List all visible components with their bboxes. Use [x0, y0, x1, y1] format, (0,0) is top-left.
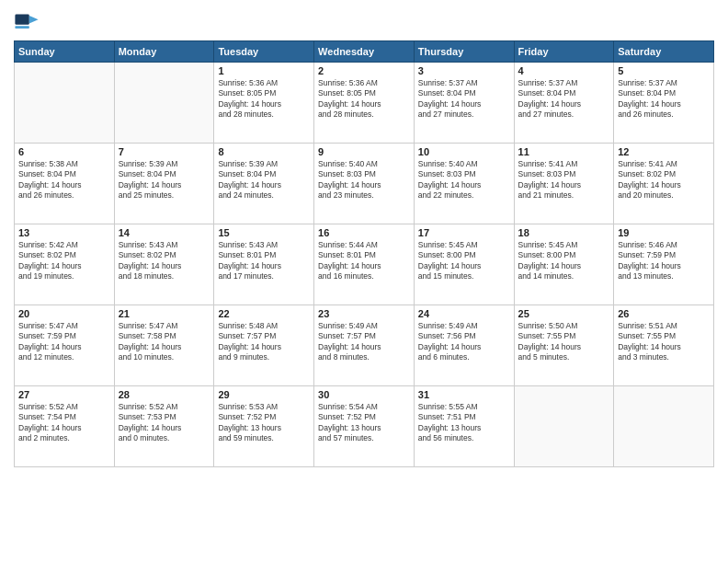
- calendar-cell: 14Sunrise: 5:43 AM Sunset: 8:02 PM Dayli…: [114, 224, 214, 305]
- calendar-header-saturday: Saturday: [614, 41, 714, 63]
- day-number: 26: [618, 308, 710, 319]
- calendar-cell: [114, 63, 214, 144]
- day-info: Sunrise: 5:49 AM Sunset: 7:56 PM Dayligh…: [418, 321, 510, 363]
- day-number: 19: [618, 227, 710, 238]
- day-number: 21: [119, 308, 210, 319]
- day-number: 6: [18, 146, 110, 157]
- calendar-cell: 20Sunrise: 5:47 AM Sunset: 7:59 PM Dayli…: [15, 305, 115, 386]
- calendar-cell: 5Sunrise: 5:37 AM Sunset: 8:04 PM Daylig…: [614, 63, 714, 144]
- calendar-week-row: 6Sunrise: 5:38 AM Sunset: 8:04 PM Daylig…: [15, 144, 714, 224]
- calendar-cell: 25Sunrise: 5:50 AM Sunset: 7:55 PM Dayli…: [514, 305, 614, 386]
- day-number: 4: [518, 65, 610, 76]
- day-info: Sunrise: 5:52 AM Sunset: 7:53 PM Dayligh…: [119, 402, 210, 444]
- calendar-header-friday: Friday: [514, 41, 614, 63]
- calendar-header-thursday: Thursday: [414, 41, 514, 63]
- day-info: Sunrise: 5:40 AM Sunset: 8:03 PM Dayligh…: [318, 159, 410, 201]
- calendar-table: SundayMondayTuesdayWednesdayThursdayFrid…: [14, 40, 714, 467]
- day-info: Sunrise: 5:48 AM Sunset: 7:57 PM Dayligh…: [218, 321, 310, 363]
- calendar-cell: 12Sunrise: 5:41 AM Sunset: 8:02 PM Dayli…: [614, 144, 714, 224]
- day-number: 22: [218, 308, 310, 319]
- day-number: 30: [318, 389, 410, 400]
- day-number: 5: [618, 65, 710, 76]
- calendar-cell: 24Sunrise: 5:49 AM Sunset: 7:56 PM Dayli…: [414, 305, 514, 386]
- calendar-cell: 3Sunrise: 5:37 AM Sunset: 8:04 PM Daylig…: [414, 63, 514, 144]
- calendar-cell: 22Sunrise: 5:48 AM Sunset: 7:57 PM Dayli…: [214, 305, 314, 386]
- day-info: Sunrise: 5:43 AM Sunset: 8:01 PM Dayligh…: [218, 240, 310, 282]
- calendar-week-row: 27Sunrise: 5:52 AM Sunset: 7:54 PM Dayli…: [15, 386, 714, 467]
- day-number: 14: [119, 227, 210, 238]
- day-info: Sunrise: 5:47 AM Sunset: 7:58 PM Dayligh…: [119, 321, 210, 363]
- calendar-header-row: SundayMondayTuesdayWednesdayThursdayFrid…: [15, 41, 714, 63]
- calendar-cell: 29Sunrise: 5:53 AM Sunset: 7:52 PM Dayli…: [214, 386, 314, 467]
- day-info: Sunrise: 5:45 AM Sunset: 8:00 PM Dayligh…: [518, 240, 610, 282]
- day-number: 24: [418, 308, 510, 319]
- calendar-header-sunday: Sunday: [15, 41, 115, 63]
- calendar-cell: [15, 63, 115, 144]
- calendar-cell: 6Sunrise: 5:38 AM Sunset: 8:04 PM Daylig…: [15, 144, 115, 224]
- day-info: Sunrise: 5:55 AM Sunset: 7:51 PM Dayligh…: [418, 402, 510, 444]
- day-number: 9: [318, 146, 410, 157]
- day-number: 7: [119, 146, 210, 157]
- calendar-cell: 8Sunrise: 5:39 AM Sunset: 8:04 PM Daylig…: [214, 144, 314, 224]
- day-number: 27: [18, 389, 110, 400]
- day-number: 25: [518, 308, 610, 319]
- calendar-cell: 2Sunrise: 5:36 AM Sunset: 8:05 PM Daylig…: [314, 63, 415, 144]
- day-info: Sunrise: 5:37 AM Sunset: 8:04 PM Dayligh…: [518, 78, 610, 121]
- day-info: Sunrise: 5:52 AM Sunset: 7:54 PM Dayligh…: [18, 402, 110, 444]
- day-info: Sunrise: 5:46 AM Sunset: 7:59 PM Dayligh…: [618, 240, 710, 282]
- calendar-cell: 23Sunrise: 5:49 AM Sunset: 7:57 PM Dayli…: [314, 305, 415, 386]
- calendar-cell: 21Sunrise: 5:47 AM Sunset: 7:58 PM Dayli…: [114, 305, 214, 386]
- calendar-page: SundayMondayTuesdayWednesdayThursdayFrid…: [0, 0, 728, 563]
- calendar-cell: [514, 386, 614, 467]
- day-info: Sunrise: 5:51 AM Sunset: 7:55 PM Dayligh…: [618, 321, 710, 363]
- calendar-cell: 9Sunrise: 5:40 AM Sunset: 8:03 PM Daylig…: [314, 144, 415, 224]
- day-info: Sunrise: 5:54 AM Sunset: 7:52 PM Dayligh…: [318, 402, 410, 444]
- day-number: 8: [218, 146, 310, 157]
- calendar-cell: 30Sunrise: 5:54 AM Sunset: 7:52 PM Dayli…: [314, 386, 415, 467]
- calendar-cell: 15Sunrise: 5:43 AM Sunset: 8:01 PM Dayli…: [214, 224, 314, 305]
- day-number: 28: [119, 389, 210, 400]
- logo-icon: [14, 9, 40, 35]
- day-info: Sunrise: 5:39 AM Sunset: 8:04 PM Dayligh…: [218, 159, 310, 201]
- calendar-cell: 1Sunrise: 5:36 AM Sunset: 8:05 PM Daylig…: [214, 63, 314, 144]
- day-info: Sunrise: 5:42 AM Sunset: 8:02 PM Dayligh…: [18, 240, 110, 282]
- day-info: Sunrise: 5:40 AM Sunset: 8:03 PM Dayligh…: [418, 159, 510, 201]
- calendar-cell: 19Sunrise: 5:46 AM Sunset: 7:59 PM Dayli…: [614, 224, 714, 305]
- calendar-header-monday: Monday: [114, 41, 214, 63]
- day-number: 31: [418, 389, 510, 400]
- day-info: Sunrise: 5:45 AM Sunset: 8:00 PM Dayligh…: [418, 240, 510, 282]
- calendar-cell: 10Sunrise: 5:40 AM Sunset: 8:03 PM Dayli…: [414, 144, 514, 224]
- day-number: 23: [318, 308, 410, 319]
- day-number: 20: [18, 308, 110, 319]
- day-number: 11: [518, 146, 610, 157]
- day-info: Sunrise: 5:43 AM Sunset: 8:02 PM Dayligh…: [119, 240, 210, 282]
- day-number: 13: [18, 227, 110, 238]
- day-info: Sunrise: 5:38 AM Sunset: 8:04 PM Dayligh…: [18, 159, 110, 201]
- calendar-cell: 26Sunrise: 5:51 AM Sunset: 7:55 PM Dayli…: [614, 305, 714, 386]
- calendar-cell: 11Sunrise: 5:41 AM Sunset: 8:03 PM Dayli…: [514, 144, 614, 224]
- calendar-cell: 7Sunrise: 5:39 AM Sunset: 8:04 PM Daylig…: [114, 144, 214, 224]
- calendar-cell: 17Sunrise: 5:45 AM Sunset: 8:00 PM Dayli…: [414, 224, 514, 305]
- calendar-week-row: 20Sunrise: 5:47 AM Sunset: 7:59 PM Dayli…: [15, 305, 714, 386]
- day-info: Sunrise: 5:36 AM Sunset: 8:05 PM Dayligh…: [218, 78, 310, 121]
- day-number: 17: [418, 227, 510, 238]
- day-number: 29: [218, 389, 310, 400]
- day-info: Sunrise: 5:36 AM Sunset: 8:05 PM Dayligh…: [318, 78, 410, 121]
- calendar-header-wednesday: Wednesday: [314, 41, 415, 63]
- day-number: 15: [218, 227, 310, 238]
- calendar-header-tuesday: Tuesday: [214, 41, 314, 63]
- day-info: Sunrise: 5:47 AM Sunset: 7:59 PM Dayligh…: [18, 321, 110, 363]
- calendar-cell: 28Sunrise: 5:52 AM Sunset: 7:53 PM Dayli…: [114, 386, 214, 467]
- day-number: 10: [418, 146, 510, 157]
- calendar-cell: 31Sunrise: 5:55 AM Sunset: 7:51 PM Dayli…: [414, 386, 514, 467]
- calendar-week-row: 13Sunrise: 5:42 AM Sunset: 8:02 PM Dayli…: [15, 224, 714, 305]
- calendar-week-row: 1Sunrise: 5:36 AM Sunset: 8:05 PM Daylig…: [15, 63, 714, 144]
- day-number: 12: [618, 146, 710, 157]
- day-info: Sunrise: 5:39 AM Sunset: 8:04 PM Dayligh…: [119, 159, 210, 201]
- day-info: Sunrise: 5:37 AM Sunset: 8:04 PM Dayligh…: [418, 78, 510, 121]
- day-info: Sunrise: 5:50 AM Sunset: 7:55 PM Dayligh…: [518, 321, 610, 363]
- day-number: 3: [418, 65, 510, 76]
- svg-rect-2: [15, 26, 28, 29]
- day-number: 2: [318, 65, 410, 76]
- calendar-cell: 18Sunrise: 5:45 AM Sunset: 8:00 PM Dayli…: [514, 224, 614, 305]
